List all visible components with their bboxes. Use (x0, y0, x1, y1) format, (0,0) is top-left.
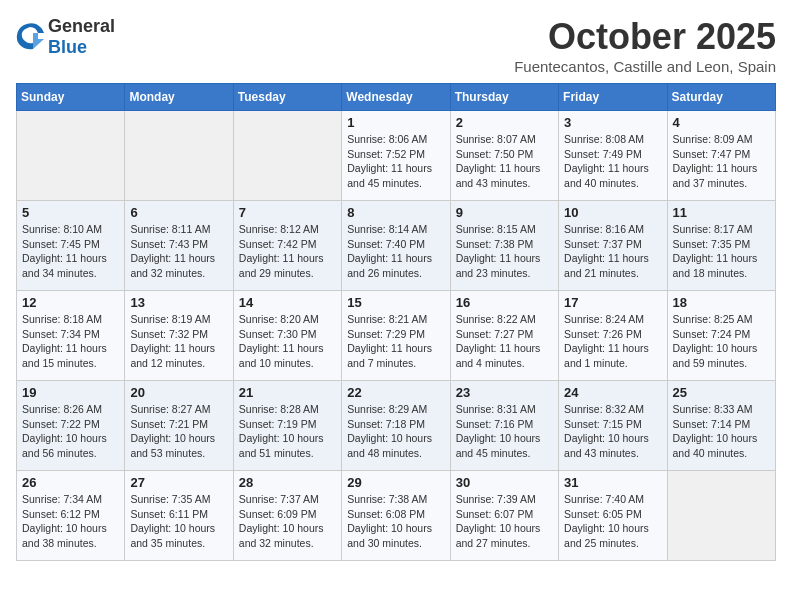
logo-text: General Blue (48, 16, 115, 58)
day-number: 31 (564, 475, 661, 490)
day-info: Sunrise: 8:18 AM Sunset: 7:34 PM Dayligh… (22, 312, 119, 371)
weekday-header-row: SundayMondayTuesdayWednesdayThursdayFrid… (17, 84, 776, 111)
logo: General Blue (16, 16, 115, 58)
calendar-cell: 15Sunrise: 8:21 AM Sunset: 7:29 PM Dayli… (342, 291, 450, 381)
day-info: Sunrise: 8:19 AM Sunset: 7:32 PM Dayligh… (130, 312, 227, 371)
calendar-cell: 27Sunrise: 7:35 AM Sunset: 6:11 PM Dayli… (125, 471, 233, 561)
day-info: Sunrise: 8:25 AM Sunset: 7:24 PM Dayligh… (673, 312, 770, 371)
calendar-cell (233, 111, 341, 201)
weekday-header-sunday: Sunday (17, 84, 125, 111)
calendar-cell: 1Sunrise: 8:06 AM Sunset: 7:52 PM Daylig… (342, 111, 450, 201)
calendar-cell: 29Sunrise: 7:38 AM Sunset: 6:08 PM Dayli… (342, 471, 450, 561)
day-info: Sunrise: 8:28 AM Sunset: 7:19 PM Dayligh… (239, 402, 336, 461)
calendar-cell: 8Sunrise: 8:14 AM Sunset: 7:40 PM Daylig… (342, 201, 450, 291)
day-number: 26 (22, 475, 119, 490)
day-info: Sunrise: 8:21 AM Sunset: 7:29 PM Dayligh… (347, 312, 444, 371)
day-number: 27 (130, 475, 227, 490)
day-info: Sunrise: 7:39 AM Sunset: 6:07 PM Dayligh… (456, 492, 553, 551)
weekday-header-wednesday: Wednesday (342, 84, 450, 111)
calendar-cell: 2Sunrise: 8:07 AM Sunset: 7:50 PM Daylig… (450, 111, 558, 201)
day-info: Sunrise: 8:24 AM Sunset: 7:26 PM Dayligh… (564, 312, 661, 371)
day-info: Sunrise: 8:15 AM Sunset: 7:38 PM Dayligh… (456, 222, 553, 281)
day-number: 25 (673, 385, 770, 400)
day-info: Sunrise: 7:38 AM Sunset: 6:08 PM Dayligh… (347, 492, 444, 551)
day-info: Sunrise: 8:22 AM Sunset: 7:27 PM Dayligh… (456, 312, 553, 371)
calendar-week-row: 19Sunrise: 8:26 AM Sunset: 7:22 PM Dayli… (17, 381, 776, 471)
weekday-header-saturday: Saturday (667, 84, 775, 111)
calendar-cell: 14Sunrise: 8:20 AM Sunset: 7:30 PM Dayli… (233, 291, 341, 381)
day-number: 7 (239, 205, 336, 220)
calendar-cell: 6Sunrise: 8:11 AM Sunset: 7:43 PM Daylig… (125, 201, 233, 291)
day-info: Sunrise: 8:16 AM Sunset: 7:37 PM Dayligh… (564, 222, 661, 281)
calendar-week-row: 1Sunrise: 8:06 AM Sunset: 7:52 PM Daylig… (17, 111, 776, 201)
day-info: Sunrise: 8:12 AM Sunset: 7:42 PM Dayligh… (239, 222, 336, 281)
day-info: Sunrise: 7:35 AM Sunset: 6:11 PM Dayligh… (130, 492, 227, 551)
day-info: Sunrise: 8:17 AM Sunset: 7:35 PM Dayligh… (673, 222, 770, 281)
day-info: Sunrise: 8:31 AM Sunset: 7:16 PM Dayligh… (456, 402, 553, 461)
day-number: 3 (564, 115, 661, 130)
day-number: 5 (22, 205, 119, 220)
month-title: October 2025 (514, 16, 776, 58)
calendar-cell: 4Sunrise: 8:09 AM Sunset: 7:47 PM Daylig… (667, 111, 775, 201)
calendar-cell (17, 111, 125, 201)
day-info: Sunrise: 8:09 AM Sunset: 7:47 PM Dayligh… (673, 132, 770, 191)
calendar-cell: 13Sunrise: 8:19 AM Sunset: 7:32 PM Dayli… (125, 291, 233, 381)
day-number: 4 (673, 115, 770, 130)
calendar-week-row: 12Sunrise: 8:18 AM Sunset: 7:34 PM Dayli… (17, 291, 776, 381)
calendar-cell: 3Sunrise: 8:08 AM Sunset: 7:49 PM Daylig… (559, 111, 667, 201)
calendar-cell: 5Sunrise: 8:10 AM Sunset: 7:45 PM Daylig… (17, 201, 125, 291)
location-title: Fuentecantos, Castille and Leon, Spain (514, 58, 776, 75)
day-number: 20 (130, 385, 227, 400)
calendar-cell: 11Sunrise: 8:17 AM Sunset: 7:35 PM Dayli… (667, 201, 775, 291)
day-info: Sunrise: 8:27 AM Sunset: 7:21 PM Dayligh… (130, 402, 227, 461)
logo-blue: Blue (48, 37, 87, 57)
calendar-cell: 24Sunrise: 8:32 AM Sunset: 7:15 PM Dayli… (559, 381, 667, 471)
calendar-cell: 22Sunrise: 8:29 AM Sunset: 7:18 PM Dayli… (342, 381, 450, 471)
title-section: October 2025 Fuentecantos, Castille and … (514, 16, 776, 75)
calendar-cell: 7Sunrise: 8:12 AM Sunset: 7:42 PM Daylig… (233, 201, 341, 291)
day-number: 9 (456, 205, 553, 220)
weekday-header-thursday: Thursday (450, 84, 558, 111)
weekday-header-monday: Monday (125, 84, 233, 111)
day-info: Sunrise: 7:40 AM Sunset: 6:05 PM Dayligh… (564, 492, 661, 551)
calendar-cell: 18Sunrise: 8:25 AM Sunset: 7:24 PM Dayli… (667, 291, 775, 381)
day-number: 12 (22, 295, 119, 310)
weekday-header-tuesday: Tuesday (233, 84, 341, 111)
day-info: Sunrise: 7:34 AM Sunset: 6:12 PM Dayligh… (22, 492, 119, 551)
calendar-cell: 19Sunrise: 8:26 AM Sunset: 7:22 PM Dayli… (17, 381, 125, 471)
day-number: 22 (347, 385, 444, 400)
day-number: 13 (130, 295, 227, 310)
day-number: 1 (347, 115, 444, 130)
calendar-cell: 23Sunrise: 8:31 AM Sunset: 7:16 PM Dayli… (450, 381, 558, 471)
calendar-cell: 25Sunrise: 8:33 AM Sunset: 7:14 PM Dayli… (667, 381, 775, 471)
day-info: Sunrise: 7:37 AM Sunset: 6:09 PM Dayligh… (239, 492, 336, 551)
calendar-cell: 20Sunrise: 8:27 AM Sunset: 7:21 PM Dayli… (125, 381, 233, 471)
calendar-cell: 31Sunrise: 7:40 AM Sunset: 6:05 PM Dayli… (559, 471, 667, 561)
calendar-week-row: 26Sunrise: 7:34 AM Sunset: 6:12 PM Dayli… (17, 471, 776, 561)
day-info: Sunrise: 8:14 AM Sunset: 7:40 PM Dayligh… (347, 222, 444, 281)
day-number: 6 (130, 205, 227, 220)
calendar-cell: 12Sunrise: 8:18 AM Sunset: 7:34 PM Dayli… (17, 291, 125, 381)
day-number: 10 (564, 205, 661, 220)
calendar-cell: 9Sunrise: 8:15 AM Sunset: 7:38 PM Daylig… (450, 201, 558, 291)
calendar-cell: 17Sunrise: 8:24 AM Sunset: 7:26 PM Dayli… (559, 291, 667, 381)
day-number: 28 (239, 475, 336, 490)
day-number: 8 (347, 205, 444, 220)
day-number: 11 (673, 205, 770, 220)
calendar-week-row: 5Sunrise: 8:10 AM Sunset: 7:45 PM Daylig… (17, 201, 776, 291)
day-number: 24 (564, 385, 661, 400)
day-number: 29 (347, 475, 444, 490)
calendar-cell: 10Sunrise: 8:16 AM Sunset: 7:37 PM Dayli… (559, 201, 667, 291)
day-info: Sunrise: 8:11 AM Sunset: 7:43 PM Dayligh… (130, 222, 227, 281)
day-info: Sunrise: 8:08 AM Sunset: 7:49 PM Dayligh… (564, 132, 661, 191)
calendar-table: SundayMondayTuesdayWednesdayThursdayFrid… (16, 83, 776, 561)
day-info: Sunrise: 8:26 AM Sunset: 7:22 PM Dayligh… (22, 402, 119, 461)
day-info: Sunrise: 8:33 AM Sunset: 7:14 PM Dayligh… (673, 402, 770, 461)
weekday-header-friday: Friday (559, 84, 667, 111)
calendar-cell: 16Sunrise: 8:22 AM Sunset: 7:27 PM Dayli… (450, 291, 558, 381)
day-info: Sunrise: 8:07 AM Sunset: 7:50 PM Dayligh… (456, 132, 553, 191)
day-number: 18 (673, 295, 770, 310)
calendar-cell: 30Sunrise: 7:39 AM Sunset: 6:07 PM Dayli… (450, 471, 558, 561)
day-info: Sunrise: 8:10 AM Sunset: 7:45 PM Dayligh… (22, 222, 119, 281)
day-number: 19 (22, 385, 119, 400)
